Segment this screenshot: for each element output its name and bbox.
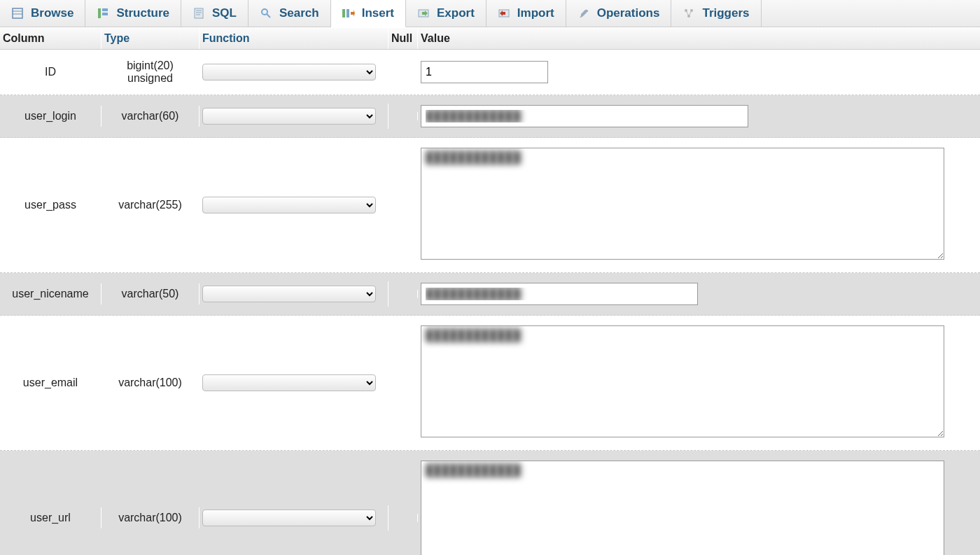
table-row: user_emailvarchar(100) bbox=[0, 316, 980, 451]
function-cell bbox=[200, 192, 388, 218]
insert-icon bbox=[342, 7, 355, 20]
column-name: user_email bbox=[0, 372, 102, 393]
operations-icon bbox=[578, 7, 590, 20]
value-cell bbox=[418, 101, 980, 132]
value-input[interactable] bbox=[421, 283, 698, 305]
header-function[interactable]: Function bbox=[200, 28, 388, 49]
tab-sql[interactable]: SQL bbox=[181, 0, 248, 27]
tab-triggers[interactable]: Triggers bbox=[671, 0, 761, 27]
null-cell bbox=[388, 379, 418, 387]
tab-label: Browse bbox=[31, 6, 74, 20]
tab-label: Search bbox=[279, 6, 319, 20]
tab-label: Export bbox=[437, 6, 475, 20]
tab-label: Operations bbox=[597, 6, 660, 20]
null-cell bbox=[388, 201, 418, 209]
tab-label: Import bbox=[517, 6, 554, 20]
column-name: user_pass bbox=[0, 195, 102, 216]
column-type: varchar(100) bbox=[102, 372, 200, 393]
svg-rect-5 bbox=[102, 13, 108, 15]
tab-label: SQL bbox=[212, 6, 237, 20]
svg-line-11 bbox=[267, 14, 270, 17]
value-input[interactable] bbox=[421, 61, 548, 83]
column-type: varchar(255) bbox=[102, 195, 200, 216]
null-cell bbox=[388, 290, 418, 298]
tab-insert[interactable]: Insert bbox=[331, 0, 406, 27]
header-value: Value bbox=[418, 28, 980, 49]
export-icon bbox=[417, 7, 430, 20]
function-cell bbox=[200, 104, 388, 129]
header-null: Null bbox=[388, 28, 418, 49]
value-input[interactable] bbox=[421, 461, 944, 555]
column-name: user_login bbox=[0, 106, 102, 127]
function-select[interactable] bbox=[202, 197, 376, 213]
function-select[interactable] bbox=[202, 64, 376, 80]
function-cell bbox=[200, 59, 388, 85]
value-input[interactable] bbox=[421, 325, 944, 437]
tab-export[interactable]: Export bbox=[406, 0, 486, 27]
tab-bar: Browse Structure SQL Search Insert Expor… bbox=[0, 0, 980, 27]
triggers-icon bbox=[682, 7, 695, 20]
function-cell bbox=[200, 281, 388, 307]
tab-search[interactable]: Search bbox=[248, 0, 331, 27]
table-row: user_passvarchar(255) bbox=[0, 138, 980, 273]
search-icon bbox=[260, 7, 272, 20]
function-cell bbox=[200, 370, 388, 395]
sql-icon bbox=[192, 7, 205, 20]
column-name: user_nicename bbox=[0, 283, 102, 304]
tab-browse[interactable]: Browse bbox=[0, 0, 85, 27]
function-select[interactable] bbox=[202, 510, 376, 526]
table-row: user_nicenamevarchar(50) bbox=[0, 273, 980, 316]
column-type: varchar(50) bbox=[102, 283, 200, 304]
import-icon bbox=[498, 7, 510, 20]
column-name: ID bbox=[0, 62, 102, 83]
svg-rect-12 bbox=[342, 9, 345, 17]
value-cell bbox=[418, 143, 980, 267]
svg-rect-3 bbox=[98, 8, 101, 18]
svg-rect-13 bbox=[346, 9, 349, 17]
tab-label: Structure bbox=[116, 6, 169, 20]
function-select[interactable] bbox=[202, 286, 376, 302]
null-cell bbox=[388, 514, 418, 522]
function-select[interactable] bbox=[202, 374, 376, 391]
value-input[interactable] bbox=[421, 148, 944, 260]
column-type: varchar(60) bbox=[102, 106, 200, 127]
svg-rect-4 bbox=[102, 8, 108, 11]
svg-rect-6 bbox=[195, 8, 203, 18]
tab-label: Insert bbox=[362, 6, 394, 20]
header-type[interactable]: Type bbox=[102, 28, 200, 49]
svg-line-19 bbox=[686, 10, 689, 16]
column-type: varchar(100) bbox=[102, 507, 200, 528]
header-column: Column bbox=[0, 28, 102, 49]
browse-icon bbox=[11, 7, 24, 20]
svg-line-20 bbox=[689, 10, 692, 16]
value-input[interactable] bbox=[421, 105, 748, 127]
tab-structure[interactable]: Structure bbox=[85, 0, 181, 27]
svg-rect-0 bbox=[13, 8, 22, 18]
value-cell bbox=[418, 57, 980, 87]
value-cell bbox=[418, 279, 980, 309]
insert-form-rows: IDbigint(20) unsigneduser_loginvarchar(6… bbox=[0, 50, 980, 555]
table-row: IDbigint(20) unsigned bbox=[0, 50, 980, 95]
tab-label: Triggers bbox=[702, 6, 749, 20]
function-select[interactable] bbox=[202, 108, 376, 125]
column-header-row: Column Type Function Null Value bbox=[0, 27, 980, 50]
table-row: user_loginvarchar(60) bbox=[0, 95, 980, 138]
null-cell bbox=[388, 68, 418, 76]
tab-operations[interactable]: Operations bbox=[566, 0, 672, 27]
function-cell bbox=[200, 505, 388, 531]
null-cell bbox=[388, 112, 418, 120]
svg-point-10 bbox=[262, 9, 267, 15]
column-name: user_url bbox=[0, 507, 102, 528]
value-cell bbox=[418, 321, 980, 444]
value-cell bbox=[418, 456, 980, 555]
column-type: bigint(20) unsigned bbox=[102, 55, 200, 89]
table-row: user_urlvarchar(100) bbox=[0, 451, 980, 555]
structure-icon bbox=[97, 7, 109, 20]
tab-import[interactable]: Import bbox=[486, 0, 566, 27]
